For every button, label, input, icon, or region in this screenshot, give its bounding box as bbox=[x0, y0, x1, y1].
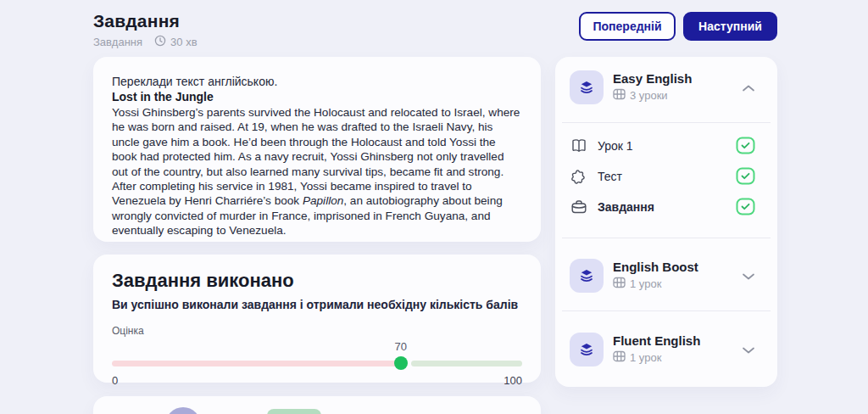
lesson-label: Завдання bbox=[598, 200, 654, 214]
briefcase-icon bbox=[570, 198, 588, 220]
lesson-label: Тест bbox=[598, 170, 622, 183]
book-title-italic: Papillon bbox=[303, 194, 343, 207]
chevron-up-icon[interactable] bbox=[742, 81, 755, 96]
completed-check-icon bbox=[736, 137, 755, 158]
slider-value-label: 70 bbox=[395, 340, 407, 353]
duration-label: 30 хв bbox=[170, 36, 197, 48]
score-label: Оцінка bbox=[112, 325, 522, 337]
puzzle-icon bbox=[570, 167, 588, 189]
breadcrumb-item: Завдання bbox=[93, 36, 142, 48]
completed-check-icon bbox=[736, 198, 755, 219]
slider-fill-right bbox=[411, 361, 522, 366]
grid-icon bbox=[613, 350, 626, 365]
lesson-item-test[interactable]: Тест bbox=[555, 163, 777, 192]
task-text-title: Lost in the Jungle bbox=[112, 89, 522, 105]
layers-icon bbox=[570, 333, 604, 366]
score-slider[interactable]: 70 bbox=[112, 357, 522, 371]
layers-icon bbox=[570, 70, 604, 104]
layers-icon bbox=[570, 259, 604, 293]
task-paragraph: Yossi Ghinsberg’s parents survived the H… bbox=[112, 105, 522, 238]
duration-badge: 30 хв bbox=[154, 35, 197, 49]
lesson-label: Урок 1 bbox=[598, 139, 633, 153]
course-meta: 3 уроки bbox=[613, 88, 668, 103]
course-easy-english[interactable]: Easy English 3 уроки bbox=[555, 57, 777, 118]
scale-max-label: 100 bbox=[504, 374, 522, 387]
result-card: Завдання виконано Ви успішно виконали за… bbox=[93, 255, 541, 383]
course-title: Fluent English bbox=[613, 333, 700, 348]
lessons-count: 3 уроки bbox=[630, 89, 668, 102]
avatar bbox=[165, 407, 201, 414]
divider bbox=[562, 122, 771, 123]
course-fluent-english[interactable]: Fluent English 1 урок bbox=[555, 319, 777, 380]
course-meta: 1 урок bbox=[613, 277, 661, 291]
lesson-item-zavdannia[interactable]: Завдання bbox=[555, 193, 777, 222]
slider-fill-left bbox=[112, 361, 403, 366]
task-instruction: Переклади текст англійською. bbox=[112, 74, 522, 89]
scale-min-label: 0 bbox=[112, 374, 118, 387]
course-title: Easy English bbox=[613, 71, 692, 86]
next-section-card bbox=[93, 396, 541, 414]
grid-icon bbox=[613, 88, 626, 103]
lesson-item-urok-1[interactable]: Урок 1 bbox=[555, 132, 777, 161]
clock-icon bbox=[154, 35, 166, 49]
previous-button[interactable]: Попередній bbox=[579, 12, 676, 41]
lessons-count: 1 урок bbox=[630, 351, 661, 364]
result-title: Завдання виконано bbox=[112, 270, 522, 292]
result-subtitle: Ви успішно виконали завдання і отримали … bbox=[112, 298, 522, 311]
chevron-down-icon[interactable] bbox=[742, 343, 755, 358]
lessons-count: 1 урок bbox=[630, 277, 661, 290]
next-button[interactable]: Наступний bbox=[683, 12, 777, 41]
course-sidebar: Easy English 3 уроки bbox=[555, 57, 777, 387]
slider-scale: 0 100 bbox=[112, 374, 522, 387]
paragraph-text: Yossi Ghinsberg’s parents survived the H… bbox=[112, 106, 520, 207]
partial-green-button[interactable] bbox=[267, 409, 321, 414]
course-english-boost[interactable]: English Boost 1 урок bbox=[555, 245, 777, 306]
divider bbox=[562, 238, 771, 238]
chevron-down-icon[interactable] bbox=[742, 269, 755, 284]
breadcrumb: Завдання 30 хв bbox=[93, 35, 198, 49]
lesson-task-page: Завдання Завдання 30 хв Попередній Насту… bbox=[0, 0, 868, 414]
grid-icon bbox=[613, 277, 626, 291]
book-icon bbox=[570, 137, 588, 159]
page-title: Завдання bbox=[93, 11, 180, 31]
slider-thumb[interactable] bbox=[394, 356, 408, 370]
completed-check-icon bbox=[736, 167, 755, 188]
task-card: Переклади текст англійською. Lost in the… bbox=[93, 57, 541, 242]
course-meta: 1 урок bbox=[613, 350, 661, 365]
divider bbox=[562, 310, 771, 311]
course-title: English Boost bbox=[613, 260, 698, 274]
